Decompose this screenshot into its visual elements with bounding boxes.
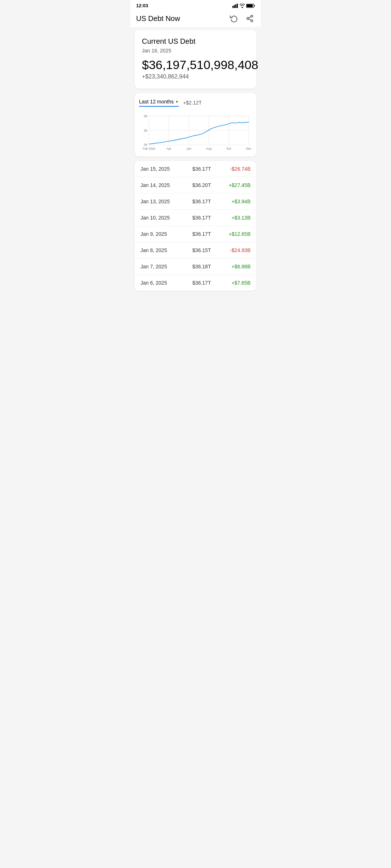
row-change: +$27.45B (218, 182, 251, 188)
row-amount: $36.17T (185, 166, 218, 172)
period-label: Last 12 months (139, 99, 174, 105)
row-date: Jan 10, 2025 (140, 215, 185, 221)
svg-text:36: 36 (144, 129, 147, 132)
row-change: +$3.13B (218, 215, 251, 221)
wifi-icon (240, 4, 245, 8)
refresh-icon (230, 14, 238, 22)
svg-rect-5 (247, 4, 253, 7)
svg-text:34: 34 (144, 143, 147, 146)
app-bar: US Debt Now (130, 10, 261, 27)
period-total-change: +$2.12T (183, 100, 202, 106)
svg-rect-6 (254, 5, 255, 7)
card-title: Current US Debt (142, 37, 249, 46)
svg-rect-0 (232, 6, 234, 8)
data-table: Jan 15, 2025$36.17T-$26.74BJan 14, 2025$… (135, 161, 256, 291)
svg-text:Apr: Apr (167, 147, 171, 150)
row-amount: $36.17T (185, 280, 218, 286)
row-change: -$26.74B (218, 166, 251, 172)
app-title: US Debt Now (136, 14, 180, 23)
current-debt-card: Current US Debt Jan 16, 2025 $36,197,510… (135, 30, 256, 89)
svg-rect-2 (235, 4, 236, 8)
row-date: Jan 7, 2025 (140, 264, 185, 269)
svg-text:Jun: Jun (186, 147, 192, 150)
row-date: Jan 8, 2025 (140, 247, 185, 253)
app-bar-actions (229, 13, 255, 24)
svg-text:Feb 2024: Feb 2024 (143, 147, 155, 150)
row-date: Jan 6, 2025 (140, 280, 185, 286)
row-date: Jan 13, 2025 (140, 199, 185, 204)
refresh-button[interactable] (229, 13, 239, 24)
row-amount: $36.17T (185, 215, 218, 221)
table-row: Jan 8, 2025$36.15T-$24.93B (135, 242, 256, 259)
svg-line-10 (249, 19, 251, 20)
debt-chart: 38 36 34 Feb 2024 Apr Jun (139, 112, 252, 152)
table-row: Jan 9, 2025$36.17T+$12.65B (135, 226, 256, 242)
table-row: Jan 10, 2025$36.17T+$3.13B (135, 210, 256, 226)
card-amount: $36,197,510,998,408 (142, 58, 249, 72)
table-row: Jan 6, 2025$36.17T+$7.65B (135, 275, 256, 291)
card-daily-change: +$23,340,862,944 (142, 73, 249, 80)
status-time: 12:03 (136, 3, 148, 8)
row-date: Jan 14, 2025 (140, 182, 185, 188)
share-icon (246, 14, 254, 22)
svg-text:Dec: Dec (246, 147, 251, 150)
table-row: Jan 13, 2025$36.17T+$3.94B (135, 193, 256, 210)
row-change: +$3.94B (218, 199, 251, 204)
row-amount: $36.17T (185, 199, 218, 204)
chart-header: Last 12 months ▼ +$2.12T (139, 99, 252, 107)
signal-icon (232, 4, 238, 8)
battery-icon (246, 4, 255, 8)
card-date: Jan 16, 2025 (142, 48, 249, 54)
row-date: Jan 15, 2025 (140, 166, 185, 172)
status-icons (232, 4, 255, 8)
svg-line-11 (249, 17, 251, 18)
chart-card: Last 12 months ▼ +$2.12T 38 36 34 (135, 93, 256, 157)
row-date: Jan 9, 2025 (140, 231, 185, 237)
status-bar: 12:03 (130, 0, 261, 10)
svg-text:38: 38 (144, 114, 147, 118)
row-change: -$24.93B (218, 247, 251, 253)
table-row: Jan 15, 2025$36.17T-$26.74B (135, 161, 256, 177)
svg-rect-1 (234, 5, 235, 8)
row-change: +$6.88B (218, 264, 251, 269)
row-amount: $36.17T (185, 231, 218, 237)
table-row: Jan 14, 2025$36.20T+$27.45B (135, 177, 256, 193)
svg-text:Aug: Aug (206, 147, 211, 150)
row-amount: $36.15T (185, 247, 218, 253)
table-row: Jan 7, 2025$36.18T+$6.88B (135, 259, 256, 275)
share-button[interactable] (245, 13, 255, 24)
row-amount: $36.20T (185, 182, 218, 188)
row-change: +$7.65B (218, 280, 251, 286)
svg-text:Oct: Oct (226, 147, 231, 150)
svg-rect-3 (237, 4, 238, 8)
row-amount: $36.18T (185, 264, 218, 269)
chevron-down-icon: ▼ (175, 100, 179, 104)
row-change: +$12.65B (218, 231, 251, 237)
period-selector[interactable]: Last 12 months ▼ (139, 99, 179, 107)
chart-container: 38 36 34 Feb 2024 Apr Jun (139, 112, 252, 152)
main-content: Current US Debt Jan 16, 2025 $36,197,510… (130, 27, 261, 297)
